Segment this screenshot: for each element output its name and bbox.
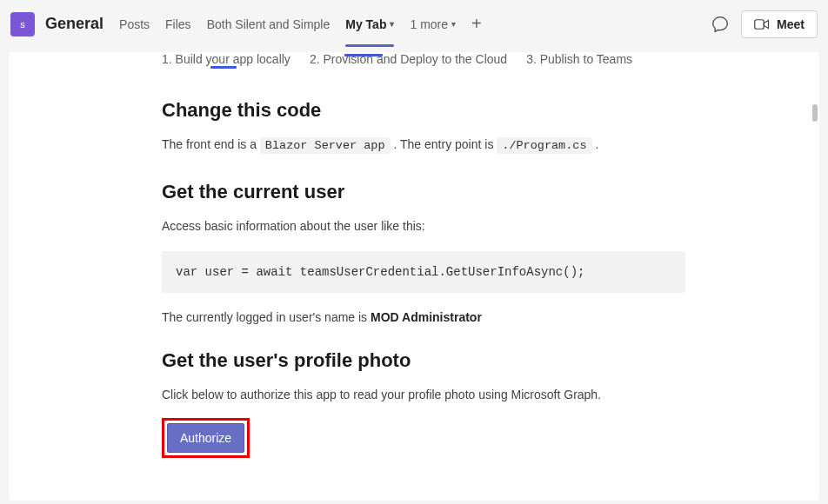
meet-button[interactable]: Meet	[741, 10, 818, 38]
tab-more[interactable]: 1 more ▾	[410, 14, 456, 35]
step-underline	[210, 66, 237, 69]
authorize-highlight: Authorize	[162, 418, 250, 458]
chevron-down-icon: ▾	[390, 19, 394, 29]
scrollbar-thumb[interactable]	[812, 104, 818, 122]
tabs-container: Posts Files Both Silent and Simple My Ta…	[119, 14, 711, 35]
paragraph: Access basic information about the user …	[162, 217, 785, 235]
step-tabs: 1. Build your app locally 2. Provision a…	[162, 52, 785, 66]
app-icon[interactable]: s	[10, 12, 35, 36]
heading-change-code: Change this code	[162, 99, 785, 122]
user-name: MOD Administrator	[371, 310, 482, 324]
authorize-button[interactable]: Authorize	[167, 423, 244, 453]
tab-both-silent-simple[interactable]: Both Silent and Simple	[207, 14, 331, 35]
heading-profile-photo: Get the user's profile photo	[162, 349, 785, 372]
chat-icon[interactable]	[711, 16, 729, 33]
content-area: 1. Build your app locally 2. Provision a…	[9, 52, 819, 501]
tab-label: My Tab	[345, 17, 386, 31]
tab-label: Files	[165, 17, 191, 31]
code-block: var user = await teamsUserCredential.Get…	[162, 251, 685, 293]
tab-files[interactable]: Files	[165, 14, 191, 35]
text: The currently logged in user's name is	[162, 310, 371, 324]
heading-current-user: Get the current user	[162, 181, 785, 203]
paragraph: The front end is a Blazor Server app . T…	[162, 136, 785, 155]
paragraph: Click below to authorize this app to rea…	[162, 386, 785, 404]
channel-title: General	[45, 15, 104, 33]
code-inline: Blazor Server app	[260, 137, 391, 154]
add-tab-button[interactable]: +	[471, 14, 482, 34]
svg-rect-0	[755, 19, 765, 29]
step-provision-deploy[interactable]: 2. Provision and Deploy to the Cloud	[310, 52, 507, 66]
tab-label: Posts	[119, 17, 150, 31]
tab-label: Both Silent and Simple	[207, 17, 331, 31]
tab-posts[interactable]: Posts	[119, 14, 150, 35]
chevron-down-icon: ▾	[451, 19, 456, 29]
tab-my-tab[interactable]: My Tab ▾	[345, 14, 394, 35]
step-build-locally[interactable]: 1. Build your app locally	[162, 52, 290, 66]
paragraph: The currently logged in user's name is M…	[162, 308, 785, 327]
step-publish[interactable]: 3. Publish to Teams	[526, 52, 632, 66]
text: . The entry point is	[393, 137, 497, 151]
text: .	[595, 137, 598, 151]
video-icon	[754, 18, 770, 30]
step-underline	[344, 54, 383, 56]
text: The front end is a	[162, 137, 260, 151]
tab-label: 1 more	[410, 17, 448, 31]
code-inline: ./Program.cs	[497, 137, 591, 154]
meet-label: Meet	[777, 17, 805, 31]
